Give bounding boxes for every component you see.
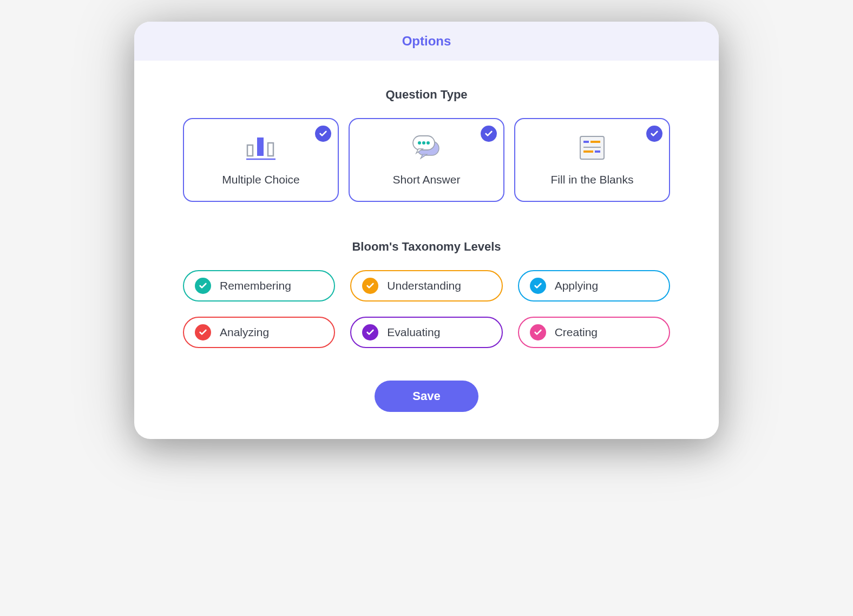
taxonomy-analyzing[interactable]: Analyzing	[183, 317, 335, 348]
taxonomy-understanding[interactable]: Understanding	[350, 270, 502, 302]
svg-point-7	[422, 141, 425, 145]
question-type-label: Fill in the Blanks	[551, 173, 634, 186]
modal-header: Options	[134, 22, 719, 61]
modal-title: Options	[145, 34, 708, 49]
question-type-group: Multiple Choice	[183, 118, 670, 202]
options-modal: Options Question Type Multiple Choice	[134, 22, 719, 439]
taxonomy-label: Evaluating	[387, 326, 440, 339]
svg-rect-1	[257, 137, 264, 156]
svg-rect-0	[247, 145, 253, 156]
check-icon	[646, 126, 662, 142]
svg-rect-2	[268, 143, 273, 156]
bar-chart-icon	[245, 134, 277, 161]
check-icon	[530, 278, 546, 294]
save-button[interactable]: Save	[375, 381, 478, 412]
speech-bubble-icon	[411, 134, 442, 161]
svg-rect-14	[595, 150, 600, 153]
check-icon	[195, 278, 211, 294]
question-type-label: Short Answer	[393, 173, 461, 186]
taxonomy-remembering[interactable]: Remembering	[183, 270, 335, 302]
form-icon	[579, 134, 605, 161]
question-type-multiple-choice[interactable]: Multiple Choice	[183, 118, 339, 202]
question-type-short-answer[interactable]: Short Answer	[349, 118, 504, 202]
taxonomy-label: Creating	[555, 326, 598, 339]
check-icon	[315, 126, 331, 142]
taxonomy-label: Understanding	[387, 279, 461, 292]
taxonomy-creating[interactable]: Creating	[518, 317, 670, 348]
question-type-label: Multiple Choice	[222, 173, 300, 186]
modal-body: Question Type Multiple Choice	[134, 61, 719, 439]
check-icon	[195, 324, 211, 340]
svg-rect-11	[590, 141, 600, 143]
taxonomy-label: Applying	[555, 279, 599, 292]
svg-rect-10	[583, 141, 589, 143]
taxonomy-title: Bloom's Taxonomy Levels	[183, 240, 670, 254]
modal-footer: Save	[183, 381, 670, 417]
taxonomy-grid: Remembering Understanding Applying	[183, 270, 670, 348]
question-type-title: Question Type	[183, 88, 670, 102]
svg-point-8	[426, 141, 430, 145]
svg-point-6	[418, 141, 421, 145]
taxonomy-evaluating[interactable]: Evaluating	[350, 317, 502, 348]
taxonomy-label: Remembering	[220, 279, 291, 292]
question-type-fill-blanks[interactable]: Fill in the Blanks	[514, 118, 670, 202]
check-icon	[481, 126, 497, 142]
taxonomy-section: Bloom's Taxonomy Levels Remembering Unde…	[183, 240, 670, 348]
svg-rect-13	[583, 150, 593, 153]
check-icon	[530, 324, 546, 340]
taxonomy-label: Analyzing	[220, 326, 269, 339]
check-icon	[362, 324, 378, 340]
taxonomy-applying[interactable]: Applying	[518, 270, 670, 302]
check-icon	[362, 278, 378, 294]
